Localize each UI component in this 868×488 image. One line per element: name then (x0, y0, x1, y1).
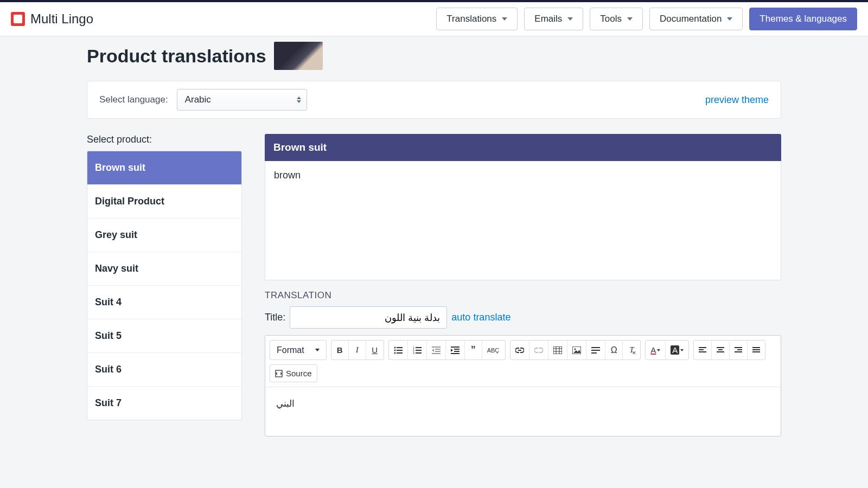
bold-button[interactable]: B (331, 341, 349, 359)
link-button[interactable] (510, 341, 529, 359)
bold-icon: B (337, 345, 343, 355)
align-right-icon (735, 347, 742, 354)
svg-rect-12 (432, 346, 441, 348)
table-button[interactable] (548, 341, 567, 359)
nav-themes-languages[interactable]: Themes & languages (749, 8, 857, 30)
source-button[interactable]: Source (270, 365, 317, 382)
toolbar-list-group: 123 ” ABÇ (388, 340, 506, 360)
product-item[interactable]: Suit 4 (87, 286, 241, 319)
text-color-icon: A (650, 345, 656, 355)
nav-documentation[interactable]: Documentation (649, 8, 743, 30)
align-right-button[interactable] (730, 341, 748, 359)
italic-button[interactable]: I (349, 341, 366, 359)
svg-rect-22 (553, 346, 562, 354)
svg-rect-37 (718, 349, 723, 350)
toolbar-format-group: Format (270, 340, 327, 360)
outdent-button[interactable] (427, 341, 446, 359)
format-dropdown[interactable]: Format (270, 341, 326, 359)
svg-rect-30 (591, 347, 600, 348)
nav-translations-label: Translations (446, 14, 496, 24)
source-icon (275, 370, 283, 377)
product-item[interactable]: Digital Product (87, 185, 241, 219)
svg-rect-36 (717, 347, 724, 348)
underline-icon: U (372, 345, 378, 355)
editor-body[interactable]: البني (265, 387, 781, 436)
underline-button[interactable]: U (366, 341, 384, 359)
nav-emails-label: Emails (534, 14, 562, 24)
special-char-button[interactable]: Ω (605, 341, 623, 359)
preview-theme-link[interactable]: preview theme (705, 94, 769, 106)
svg-text:3: 3 (413, 351, 414, 354)
brand-name: Multi Lingo (30, 11, 93, 27)
svg-rect-18 (454, 349, 459, 350)
unlink-button[interactable] (529, 341, 548, 359)
content-row: Select product: Brown suitDigital Produc… (87, 134, 781, 436)
caret-down-icon (657, 349, 660, 351)
bg-color-button[interactable]: A (666, 341, 688, 359)
product-item[interactable]: Grey suit (87, 219, 241, 252)
language-select-value: Arabic (185, 94, 211, 105)
image-button[interactable] (567, 341, 586, 359)
remove-format-button[interactable]: T✕ (623, 341, 640, 359)
product-item[interactable]: Brown suit (87, 151, 241, 185)
nav-documentation-label: Documentation (660, 14, 722, 24)
svg-marker-16 (432, 349, 434, 352)
svg-rect-1 (397, 347, 403, 348)
svg-rect-34 (699, 349, 704, 350)
spellcheck-button[interactable]: ABÇ (482, 341, 506, 359)
page: Product translations Select language: Ar… (76, 36, 792, 458)
nav-tools[interactable]: Tools (590, 8, 643, 30)
svg-rect-32 (591, 352, 597, 354)
unlink-icon (534, 348, 543, 353)
blockquote-button[interactable]: ” (465, 341, 482, 359)
sidebar: Select product: Brown suitDigital Produc… (87, 134, 242, 420)
brand-icon (11, 12, 25, 26)
svg-point-0 (394, 346, 395, 348)
align-justify-button[interactable] (748, 341, 765, 359)
svg-rect-40 (737, 349, 742, 350)
bullet-list-icon (394, 346, 403, 354)
product-list: Brown suitDigital ProductGrey suitNavy s… (87, 151, 242, 420)
original-body: brown (265, 161, 781, 280)
product-item[interactable]: Suit 6 (87, 353, 241, 387)
sidebar-title: Select product: (87, 134, 242, 145)
toolbar-color-group: A A (645, 340, 689, 360)
auto-translate-link[interactable]: auto translate (451, 312, 510, 323)
align-center-icon (717, 347, 724, 354)
numbered-list-button[interactable]: 123 (408, 341, 427, 359)
indent-button[interactable] (446, 341, 465, 359)
product-item[interactable]: Suit 5 (87, 319, 241, 353)
svg-point-2 (394, 349, 395, 351)
product-item[interactable]: Navy suit (87, 252, 241, 286)
translation-title-input[interactable] (290, 306, 447, 329)
language-select[interactable]: Arabic (177, 89, 307, 111)
text-color-button[interactable]: A (646, 341, 666, 359)
format-label: Format (277, 345, 304, 355)
bullet-list-button[interactable] (389, 341, 408, 359)
hr-icon (591, 346, 600, 354)
align-left-button[interactable] (694, 341, 712, 359)
align-center-button[interactable] (712, 341, 730, 359)
svg-rect-9 (416, 350, 422, 351)
align-left-icon (699, 347, 706, 354)
language-label: Select language: (99, 94, 168, 105)
product-item[interactable]: Suit 7 (87, 387, 241, 420)
page-title: Product translations (87, 46, 266, 67)
nav-tools-label: Tools (600, 14, 622, 24)
nav-emails[interactable]: Emails (524, 8, 583, 30)
svg-rect-17 (451, 346, 459, 348)
svg-rect-31 (591, 350, 600, 351)
header-nav: Translations Emails Tools Documentation … (436, 8, 857, 30)
caret-down-icon (727, 17, 732, 21)
svg-rect-44 (752, 351, 760, 352)
nav-themes-label: Themes & languages (760, 14, 847, 24)
svg-rect-13 (435, 349, 441, 350)
toolbar-source-group: Source (270, 364, 317, 382)
toolbar-textstyle-group: B I U (331, 340, 384, 360)
caret-down-icon (502, 17, 507, 21)
svg-rect-38 (717, 351, 724, 352)
nav-translations[interactable]: Translations (436, 8, 518, 30)
svg-marker-21 (451, 349, 453, 352)
hr-button[interactable] (586, 341, 605, 359)
toolbar-insert-group: Ω T✕ (510, 340, 641, 360)
